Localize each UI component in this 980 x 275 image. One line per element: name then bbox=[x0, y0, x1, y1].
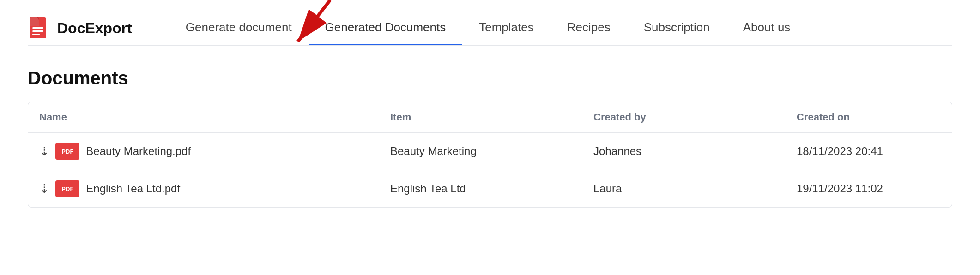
table-cell-item-2: English Tea Ltd bbox=[379, 170, 582, 208]
table-header-row: Name Item Created by Created on bbox=[28, 102, 952, 133]
col-header-created-on: Created on bbox=[786, 102, 952, 133]
section-title: Documents bbox=[28, 68, 952, 89]
main-nav: Generate document Generated Documents Te… bbox=[169, 11, 807, 45]
table-cell-created-by-1: Johannes bbox=[582, 133, 786, 170]
table-cell-name-1: ⇣ PDF Beauty Marketing.pdf bbox=[28, 133, 379, 170]
svg-rect-5 bbox=[32, 30, 43, 32]
svg-rect-6 bbox=[32, 34, 40, 35]
table-cell-created-on-1: 18/11/2023 20:41 bbox=[786, 133, 952, 170]
file-name-2: English Tea Ltd.pdf bbox=[86, 182, 180, 195]
nav-item-templates[interactable]: Templates bbox=[462, 11, 550, 45]
documents-table-container: Name Item Created by Created on ⇣ PDF Be… bbox=[28, 102, 952, 208]
col-header-created-by: Created by bbox=[582, 102, 786, 133]
col-header-name: Name bbox=[28, 102, 379, 133]
download-icon-1[interactable]: ⇣ bbox=[39, 144, 49, 159]
svg-rect-4 bbox=[32, 27, 43, 29]
nav-divider bbox=[28, 45, 952, 46]
nav-item-generated-docs[interactable]: Generated Documents bbox=[309, 11, 463, 45]
download-icon-2[interactable]: ⇣ bbox=[39, 182, 49, 196]
table-cell-created-on-2: 19/11/2023 11:02 bbox=[786, 170, 952, 208]
table-cell-created-by-2: Laura bbox=[582, 170, 786, 208]
header: DocExport Generate document Generated Do… bbox=[0, 0, 980, 45]
app-name: DocExport bbox=[57, 20, 132, 37]
documents-table: Name Item Created by Created on ⇣ PDF Be… bbox=[28, 102, 952, 207]
table-row: ⇣ PDF English Tea Ltd.pdf English Tea Lt… bbox=[28, 170, 952, 208]
file-name-1: Beauty Marketing.pdf bbox=[86, 145, 191, 158]
main-content: Documents Name Item Created by Created o… bbox=[0, 46, 980, 226]
pdf-badge-2: PDF bbox=[55, 180, 79, 197]
nav-item-generate[interactable]: Generate document bbox=[169, 11, 309, 45]
nav-item-recipes[interactable]: Recipes bbox=[550, 11, 627, 45]
logo-icon bbox=[28, 16, 52, 40]
table-row: ⇣ PDF Beauty Marketing.pdf Beauty Market… bbox=[28, 133, 952, 170]
table-cell-name-2: ⇣ PDF English Tea Ltd.pdf bbox=[28, 170, 379, 208]
pdf-badge-1: PDF bbox=[55, 143, 79, 160]
logo[interactable]: DocExport bbox=[28, 16, 132, 40]
table-cell-item-1: Beauty Marketing bbox=[379, 133, 582, 170]
nav-item-about[interactable]: About us bbox=[726, 11, 807, 45]
nav-item-subscription[interactable]: Subscription bbox=[627, 11, 726, 45]
col-header-item: Item bbox=[379, 102, 582, 133]
